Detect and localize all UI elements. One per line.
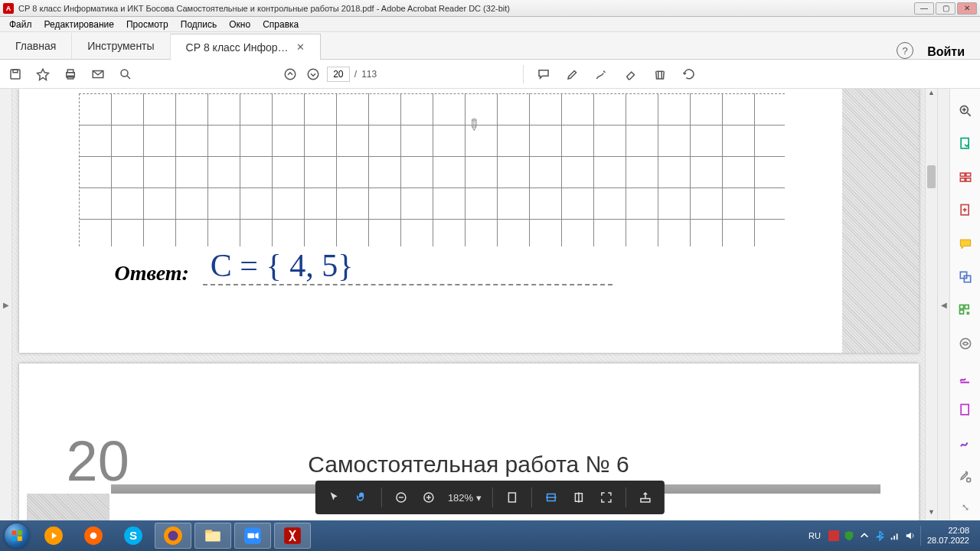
tray-bluetooth-icon[interactable] — [874, 530, 885, 541]
star-icon[interactable] — [34, 65, 52, 83]
page-up-icon[interactable] — [281, 65, 299, 83]
fill-sign-icon[interactable] — [957, 435, 974, 452]
svg-line-12 — [967, 112, 970, 116]
vertical-scrollbar[interactable]: ▲ ▼ — [925, 89, 937, 520]
login-button[interactable]: Войти — [927, 45, 965, 59]
page-sep: / — [354, 69, 357, 80]
close-button[interactable]: ✕ — [957, 2, 977, 15]
language-indicator[interactable]: RU — [805, 530, 824, 542]
handwritten-answer: C = { 4, 5} — [211, 247, 354, 284]
tab-document[interactable]: СР 8 класс Инфор… ✕ — [171, 34, 321, 60]
comment-tool-icon[interactable] — [957, 236, 974, 253]
tray-up-icon[interactable] — [859, 530, 870, 541]
export-pdf-icon[interactable] — [957, 136, 974, 153]
help-icon[interactable]: ? — [897, 42, 913, 59]
clock-time: 22:08 — [927, 526, 969, 536]
rotate-icon[interactable] — [680, 65, 698, 83]
print-icon[interactable] — [61, 65, 80, 83]
svg-point-9 — [285, 69, 296, 80]
task-explorer[interactable] — [194, 523, 231, 549]
document-viewport[interactable]: ✎ Ответ: C = { 4, 5} 20 Самостоятельная … — [12, 89, 925, 520]
svg-point-31 — [966, 478, 970, 482]
page-total: 113 — [361, 69, 377, 80]
menu-bar: Файл Редактирование Просмотр Подпись Окн… — [0, 17, 980, 32]
left-panel-toggle[interactable]: ▶ — [0, 89, 12, 520]
task-vlc[interactable] — [75, 523, 112, 549]
tray-flag-icon[interactable] — [828, 530, 839, 541]
tray-volume-icon[interactable] — [905, 530, 916, 541]
mail-icon[interactable] — [89, 65, 107, 83]
clock[interactable]: 22:08 28.07.2022 — [920, 526, 974, 546]
menu-help[interactable]: Справка — [256, 18, 305, 31]
tab-tools[interactable]: Инструменты — [72, 33, 170, 59]
fit-width-icon[interactable] — [543, 489, 560, 506]
svg-point-7 — [121, 70, 128, 77]
zoom-out-icon[interactable] — [393, 489, 410, 506]
task-acrobat[interactable] — [274, 523, 311, 549]
delete-icon[interactable] — [651, 65, 669, 83]
sign-tool-icon[interactable] — [957, 369, 974, 386]
svg-rect-0 — [11, 70, 20, 79]
save-icon[interactable] — [6, 65, 24, 83]
comment-icon[interactable] — [534, 65, 553, 83]
right-tools-panel: ⤡ — [949, 89, 980, 520]
svg-text:S: S — [129, 529, 137, 542]
svg-rect-62 — [897, 533, 898, 540]
task-skype[interactable]: S — [115, 523, 152, 549]
window-title: СР 8 класс Информатика и ИКТ Босова Само… — [18, 4, 914, 13]
start-button[interactable] — [0, 520, 34, 551]
svg-rect-19 — [965, 178, 970, 181]
page-corner-block — [27, 494, 109, 520]
minimize-button[interactable]: — — [914, 2, 934, 15]
edit-pdf-icon[interactable] — [957, 169, 974, 186]
protect-icon[interactable] — [957, 403, 974, 419]
tray-shield-icon[interactable] — [844, 530, 854, 541]
task-firefox[interactable] — [155, 523, 191, 549]
scroll-thumb[interactable] — [927, 165, 936, 188]
expand-tools-icon[interactable]: ⤡ — [962, 502, 969, 513]
hand-tool-icon[interactable] — [354, 489, 371, 506]
zoom-level[interactable]: 182%▾ — [448, 492, 482, 504]
fit-height-icon[interactable] — [570, 489, 587, 506]
read-mode-icon[interactable] — [637, 489, 654, 506]
app-icon: A — [3, 3, 14, 14]
fit-page-icon[interactable] — [504, 489, 521, 506]
tab-home[interactable]: Главная — [0, 33, 72, 59]
scroll-down-arrow[interactable]: ▼ — [926, 508, 937, 520]
menu-sign[interactable]: Подпись — [175, 18, 224, 31]
maximize-button[interactable]: ▢ — [936, 2, 956, 15]
scroll-up-arrow[interactable]: ▲ — [926, 89, 937, 101]
answer-label: Ответ: — [115, 261, 189, 285]
page-number-input[interactable] — [327, 67, 350, 82]
task-zoom[interactable] — [234, 523, 271, 549]
erase-icon[interactable] — [622, 65, 640, 83]
menu-edit[interactable]: Редактирование — [38, 18, 120, 31]
menu-window[interactable]: Окно — [223, 18, 256, 31]
svg-rect-37 — [509, 493, 516, 502]
more-tools-icon[interactable] — [957, 469, 974, 486]
menu-view[interactable]: Просмотр — [120, 18, 175, 31]
zoom-dropdown-icon[interactable]: ▾ — [476, 492, 482, 504]
select-tool-icon[interactable] — [326, 489, 343, 506]
task-mediaplayer[interactable] — [35, 523, 72, 549]
create-pdf-icon[interactable] — [957, 203, 974, 220]
tray-network-icon[interactable] — [890, 530, 900, 541]
svg-point-49 — [90, 533, 97, 540]
draw-icon[interactable] — [593, 65, 611, 83]
combine-icon[interactable] — [957, 269, 974, 286]
highlight-icon[interactable] — [564, 65, 582, 83]
svg-rect-45 — [11, 536, 16, 541]
zoom-tool-icon[interactable] — [957, 103, 974, 119]
svg-rect-16 — [960, 173, 965, 176]
page-down-icon[interactable] — [304, 65, 322, 83]
svg-rect-61 — [893, 536, 895, 540]
tab-document-label: СР 8 класс Инфор… — [186, 41, 289, 54]
menu-file[interactable]: Файл — [3, 18, 38, 31]
organize-icon[interactable] — [957, 302, 974, 319]
redact-icon[interactable] — [957, 336, 974, 353]
fullscreen-icon[interactable] — [598, 489, 615, 506]
right-panel-toggle[interactable]: ◀ — [937, 89, 949, 520]
search-icon[interactable] — [116, 65, 135, 83]
zoom-in-icon[interactable] — [420, 489, 437, 506]
tab-close-icon[interactable]: ✕ — [296, 41, 305, 53]
